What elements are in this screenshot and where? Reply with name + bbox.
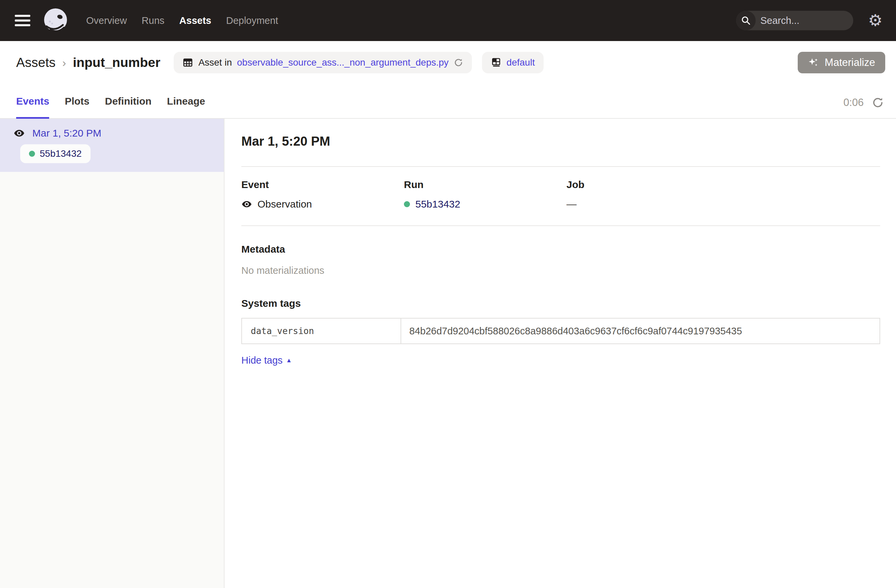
event-detail-title: Mar 1, 5:20 PM bbox=[241, 134, 880, 149]
table-row: data_version 84b26d7d9204cbf588026c8a988… bbox=[242, 318, 880, 344]
event-column-header: Event bbox=[241, 179, 404, 190]
sparkle-icon bbox=[808, 57, 819, 68]
asset-group-icon bbox=[491, 57, 501, 68]
tab-lineage[interactable]: Lineage bbox=[167, 84, 205, 118]
asset-location-pill: Asset in observable_source_ass..._non_ar… bbox=[174, 52, 472, 73]
nav-item-runs[interactable]: Runs bbox=[142, 15, 165, 26]
materialize-button-label: Materialize bbox=[824, 56, 875, 68]
tab-definition[interactable]: Definition bbox=[105, 84, 151, 118]
reload-definition-icon[interactable] bbox=[454, 58, 463, 67]
settings-gear-icon[interactable]: ⚙ bbox=[868, 12, 882, 29]
run-status-dot bbox=[29, 151, 35, 157]
nav-item-deployment[interactable]: Deployment bbox=[226, 15, 278, 26]
nav-item-overview[interactable]: Overview bbox=[86, 15, 127, 26]
top-nav: Overview Runs Assets Deployment / ⚙ bbox=[0, 0, 896, 41]
refresh-countdown: 0:06 bbox=[844, 97, 864, 109]
run-id-link[interactable]: 55b13432 bbox=[415, 199, 460, 210]
tag-value-cell: 84b26d7d9204cbf588026c8a9886d403a6c9637c… bbox=[401, 318, 880, 344]
run-id-label: 55b13432 bbox=[40, 148, 82, 159]
dagster-logo[interactable] bbox=[42, 7, 69, 34]
tab-plots[interactable]: Plots bbox=[65, 84, 89, 118]
tab-events[interactable]: Events bbox=[16, 84, 49, 118]
asset-location-prefix: Asset in bbox=[198, 57, 232, 68]
breadcrumb-assets-link[interactable]: Assets bbox=[16, 55, 56, 70]
nav-item-assets[interactable]: Assets bbox=[180, 15, 211, 26]
event-summary-columns: Event Observation Run 55b13432 Job — bbox=[241, 179, 880, 210]
run-tag[interactable]: 55b13432 bbox=[20, 144, 91, 163]
run-column-header: Run bbox=[404, 179, 567, 190]
asset-definition-file-link[interactable]: observable_source_ass..._non_argument_de… bbox=[237, 57, 449, 68]
divider bbox=[241, 166, 880, 167]
breadcrumb-separator: › bbox=[62, 56, 66, 69]
hide-tags-link[interactable]: Hide tags ▲ bbox=[241, 355, 292, 366]
page-title: input_number bbox=[73, 55, 160, 70]
caret-up-icon: ▲ bbox=[286, 357, 292, 364]
asset-tabs-row: Events Plots Definition Lineage 0:06 bbox=[0, 84, 896, 119]
metadata-empty-text: No materializations bbox=[241, 265, 880, 276]
materialize-button[interactable]: Materialize bbox=[798, 52, 885, 73]
primary-nav: Overview Runs Assets Deployment bbox=[86, 15, 278, 26]
system-tags-heading: System tags bbox=[241, 298, 880, 309]
asset-group-label: default bbox=[507, 57, 535, 68]
search-box[interactable]: / bbox=[736, 11, 853, 30]
asset-header: Assets › input_number Asset in observabl… bbox=[0, 41, 896, 84]
job-empty-value: — bbox=[567, 199, 577, 210]
event-timestamp: Mar 1, 5:20 PM bbox=[32, 128, 101, 139]
observation-eye-icon bbox=[241, 199, 252, 210]
event-detail-panel: Mar 1, 5:20 PM Event Observation Run 55b… bbox=[224, 119, 896, 588]
event-type-value: Observation bbox=[258, 199, 312, 210]
refresh-icon[interactable] bbox=[872, 97, 884, 109]
asset-table-icon bbox=[183, 57, 193, 68]
search-icon bbox=[736, 11, 756, 30]
job-column-header: Job bbox=[567, 179, 880, 190]
run-status-dot bbox=[404, 201, 410, 207]
metadata-heading: Metadata bbox=[241, 243, 880, 255]
divider bbox=[241, 225, 880, 226]
tag-key-cell: data_version bbox=[242, 318, 401, 344]
observation-eye-icon bbox=[14, 128, 25, 139]
search-input[interactable] bbox=[756, 15, 853, 26]
event-list-sidebar: Mar 1, 5:20 PM 55b13432 bbox=[0, 119, 224, 588]
system-tags-table: data_version 84b26d7d9204cbf588026c8a988… bbox=[241, 318, 880, 344]
hamburger-menu-icon[interactable] bbox=[15, 15, 30, 26]
asset-group-pill[interactable]: default bbox=[482, 52, 544, 73]
hide-tags-label: Hide tags bbox=[241, 355, 283, 366]
event-list-item[interactable]: Mar 1, 5:20 PM 55b13432 bbox=[0, 119, 224, 172]
